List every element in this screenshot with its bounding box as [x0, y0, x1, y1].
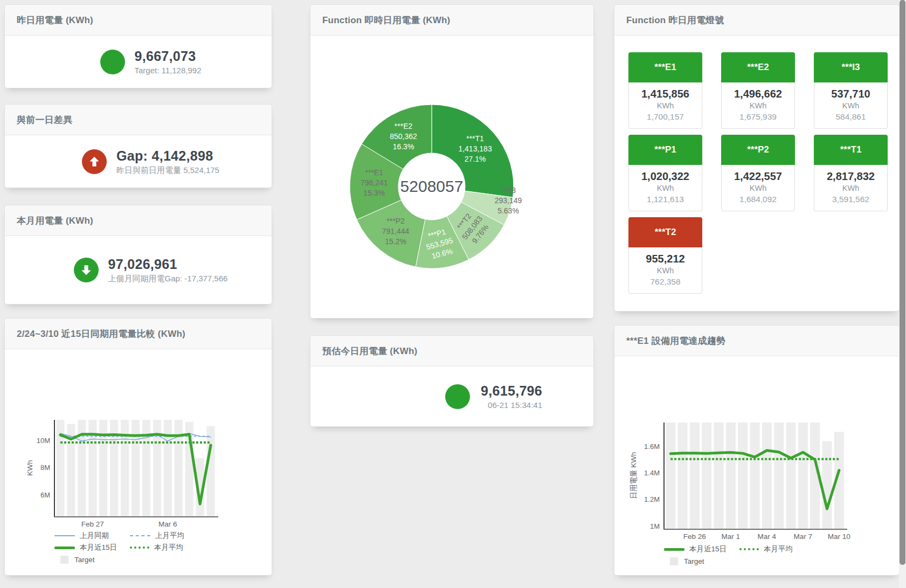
tile-body: 1,496,662KWh1,675,939: [721, 82, 795, 129]
tile-value: 1,020,322: [629, 170, 702, 183]
month-usage-gap: 上個月同期用電Gap: -17,377,566: [108, 273, 228, 284]
tile-body: 537,710KWh584,861: [814, 82, 888, 129]
legend-item-this-month[interactable]: 本月近15日: [664, 544, 739, 554]
tile-name: ***I3: [814, 52, 888, 82]
card-title: 與前一日差異: [5, 105, 272, 135]
tile-target: 762,358: [629, 276, 702, 287]
status-tile: ***P21,422,557KWh1,684,092: [721, 135, 795, 211]
tile-unit: KWh: [722, 183, 794, 193]
legend-item-this-month-avg[interactable]: 本月平均: [130, 543, 205, 552]
tile-target: 1,675,939: [722, 111, 794, 122]
legend-item-this-month[interactable]: 本月近15日: [54, 543, 130, 552]
card-title: 本月用電量 (KWh): [5, 205, 272, 236]
scrollbar-thumb[interactable]: [900, 0, 905, 565]
arrow-down-icon: [74, 258, 99, 282]
legend-item-target[interactable]: Target: [54, 556, 130, 564]
svg-text:6M: 6M: [40, 491, 50, 499]
svg-text:Mar 4: Mar 4: [758, 532, 777, 541]
trend-legend: 本月近15日 本月平均 Target: [664, 543, 815, 567]
tile-unit: KWh: [814, 101, 887, 111]
tile-body: 1,422,557KWh1,684,092: [721, 165, 795, 211]
tile-name: ***P2: [721, 135, 795, 165]
tile-body: 955,212KWh762,358: [628, 247, 702, 294]
legend-item-last-month-avg[interactable]: 上月平均: [130, 531, 205, 541]
status-tile: ***E21,496,662KWh1,675,939: [721, 52, 795, 129]
grey-square-icon: [60, 556, 68, 564]
svg-text:1.6M: 1.6M: [644, 442, 660, 451]
function-usage-donut-chart[interactable]: ***T11,413,18327.1%***I3293,1495.63%***T…: [310, 5, 593, 318]
tile-target: 584,861: [814, 111, 887, 122]
card-15day-compare-chart: 2/24~3/10 近15日同期用電量比較 (KWh) 6M8M10MFeb 2…: [4, 318, 272, 576]
tile-target: 1,121,613: [629, 193, 702, 205]
legend-item-target[interactable]: Target: [664, 557, 739, 565]
status-tile: ***T12,817,832KWh3,591,562: [814, 135, 888, 211]
card-realtime-donut: Function 即時日用電量 (KWh) ***T11,413,18327.1…: [310, 4, 594, 319]
day-gap-value: Gap: 4,142,898: [116, 148, 219, 164]
tile-body: 1,415,856KWh1,700,157: [628, 82, 702, 129]
green-dotted-line-icon: [130, 547, 149, 549]
tile-name: ***E2: [721, 52, 795, 82]
card-yesterday-usage: 昨日用電量 (KWh) 9,667,073 Target: 11,128,992: [4, 4, 272, 88]
vertical-scrollbar[interactable]: [899, 0, 906, 588]
tile-unit: KWh: [629, 183, 702, 193]
card-day-gap: 與前一日差異 Gap: 4,142,898 昨日與前日用電量 5,524,175: [4, 104, 272, 188]
yesterday-usage-value: 9,667,073: [135, 48, 202, 64]
status-tile: ***T2955,212KWh762,358: [628, 217, 702, 294]
svg-text:10M: 10M: [37, 437, 50, 445]
tile-value: 1,415,856: [629, 87, 702, 101]
tile-name: ***T2: [628, 217, 702, 247]
status-tile-grid: ***E11,415,856KWh1,700,157***E21,496,662…: [628, 52, 893, 294]
blue-line-icon: [54, 535, 75, 536]
status-circle-icon: [445, 384, 470, 409]
tile-body: 1,020,322KWh1,121,613: [628, 165, 702, 211]
card-month-usage: 本月用電量 (KWh) 97,026,961 上個月同期用電Gap: -17,3…: [4, 205, 272, 305]
card-title: 昨日用電量 (KWh): [5, 5, 272, 36]
status-tile: ***P11,020,322KWh1,121,613: [628, 135, 702, 211]
y-axis-label: 日用電量 KWh: [629, 452, 639, 499]
grey-square-icon: [670, 557, 678, 565]
card-yesterday-status-lights: Function 昨日用電燈號 ***E11,415,856KWh1,700,1…: [614, 4, 900, 312]
green-thick-line-icon: [54, 547, 75, 549]
estimate-value: 9,615,796: [481, 383, 542, 399]
tile-value: 537,710: [814, 87, 887, 101]
legend-item-last-month[interactable]: 上月同期: [54, 531, 130, 541]
tile-name: ***E1: [628, 52, 702, 82]
green-dotted-line-icon: [739, 548, 759, 550]
y-axis-label: KWh: [26, 460, 34, 475]
estimate-timestamp: 06-21 15:34:41: [481, 400, 542, 411]
blue-dashed-line-icon: [130, 535, 150, 536]
month-usage-value: 97,026,961: [108, 256, 228, 272]
tile-name: ***T1: [814, 135, 888, 165]
tile-name: ***P1: [628, 135, 702, 165]
tile-target: 1,684,092: [722, 193, 794, 205]
svg-text:Mar 7: Mar 7: [794, 532, 813, 541]
tile-unit: KWh: [629, 101, 702, 111]
tile-value: 955,212: [629, 252, 702, 266]
svg-text:5208057: 5208057: [400, 177, 464, 195]
tile-value: 2,817,832: [814, 170, 887, 183]
tile-target: 1,700,157: [629, 111, 702, 122]
card-e1-trend-chart: ***E1 設備用電達成趨勢 1M1.2M1.4M1.6MFeb 26Mar 1…: [614, 325, 900, 576]
day-gap-sub: 昨日與前日用電量 5,524,175: [116, 165, 219, 176]
card-title: Function 昨日用電燈號: [614, 5, 899, 36]
status-tile: ***I3537,710KWh584,861: [814, 52, 888, 129]
card-title: 預估今日用電量 (KWh): [310, 336, 593, 366]
yesterday-usage-target: Target: 11,128,992: [135, 65, 202, 76]
svg-text:1M: 1M: [650, 522, 660, 530]
arrow-up-icon: [82, 149, 107, 174]
status-tile: ***E11,415,856KWh1,700,157: [628, 52, 702, 129]
svg-text:Mar 6: Mar 6: [158, 520, 177, 528]
status-circle-icon: [100, 50, 125, 74]
compare-legend: 上月同期 上月平均 本月近15日 本月平均: [54, 530, 205, 565]
tile-unit: KWh: [814, 183, 887, 193]
tile-unit: KWh: [722, 101, 794, 111]
legend-item-this-month-avg[interactable]: 本月平均: [739, 544, 815, 554]
tile-body: 2,817,832KWh3,591,562: [814, 165, 888, 211]
tile-value: 1,496,662: [722, 87, 794, 101]
tile-target: 3,591,562: [814, 193, 887, 205]
e1-trend-line-chart[interactable]: 1M1.2M1.4M1.6MFeb 26Mar 1Mar 4Mar 7Mar 1…: [614, 326, 899, 576]
svg-text:Mar 1: Mar 1: [722, 532, 741, 541]
tile-value: 1,422,557: [722, 170, 794, 183]
svg-text:Mar 10: Mar 10: [828, 532, 850, 541]
svg-text:Feb 26: Feb 26: [683, 532, 706, 541]
